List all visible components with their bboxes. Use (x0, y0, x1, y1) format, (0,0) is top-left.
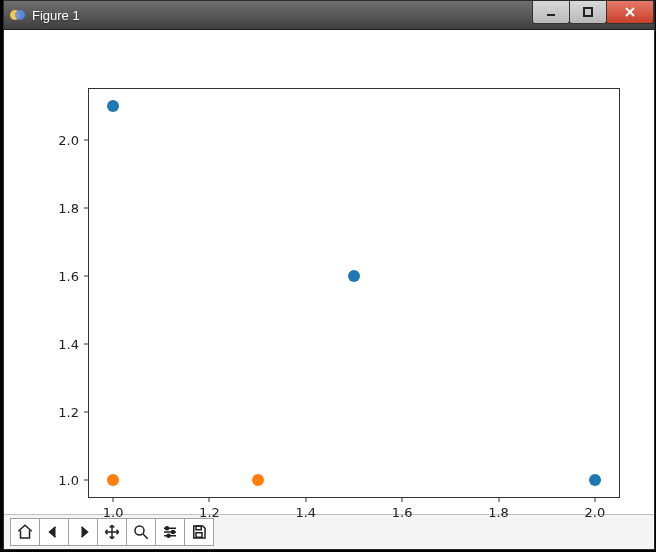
save-icon (190, 523, 208, 541)
maximize-button[interactable] (569, 1, 607, 24)
toolbar-home-button[interactable] (10, 518, 40, 546)
home-icon (16, 523, 34, 541)
svg-point-6 (135, 526, 144, 535)
xtick-mark (498, 497, 499, 502)
ytick-label: 1.4 (58, 337, 79, 352)
ytick-mark (84, 208, 89, 209)
axes: 1.01.21.41.61.82.01.01.21.41.61.82.0 (88, 88, 620, 498)
toolbar-forward-button[interactable] (68, 518, 98, 546)
data-point (589, 474, 601, 486)
data-point (107, 100, 119, 112)
figure-canvas[interactable]: 1.01.21.41.61.82.01.01.21.41.61.82.0 (4, 30, 654, 514)
xtick-mark (209, 497, 210, 502)
ytick-label: 1.2 (58, 405, 79, 420)
xtick-mark (305, 497, 306, 502)
svg-point-9 (167, 534, 170, 537)
ytick-label: 2.0 (58, 133, 79, 148)
ytick-mark (84, 344, 89, 345)
close-button[interactable] (606, 1, 654, 24)
toolbar-back-button[interactable] (39, 518, 69, 546)
arrow-right-icon (74, 523, 92, 541)
xtick-label: 2.0 (585, 505, 606, 520)
xtick-mark (113, 497, 114, 502)
app-icon (10, 7, 26, 23)
toolbar-subplots-button[interactable] (155, 518, 185, 546)
app-window: Figure 1 1.01.21.41.61.82.01.01.21.41.61… (3, 0, 655, 550)
svg-point-7 (166, 527, 169, 530)
move-icon (103, 523, 121, 541)
xtick-label: 1.8 (488, 505, 509, 520)
svg-rect-3 (584, 8, 592, 16)
ytick-mark (84, 140, 89, 141)
minimize-icon (545, 6, 557, 18)
xtick-label: 1.0 (103, 505, 124, 520)
ytick-label: 1.0 (58, 473, 79, 488)
minimize-button[interactable] (532, 1, 570, 24)
svg-rect-11 (196, 533, 202, 538)
svg-point-1 (15, 10, 25, 20)
svg-point-8 (172, 531, 175, 534)
xtick-label: 1.4 (295, 505, 316, 520)
ytick-label: 1.6 (58, 269, 79, 284)
sliders-icon (161, 523, 179, 541)
nav-toolbar (4, 514, 654, 549)
close-icon (623, 5, 637, 19)
xtick-mark (402, 497, 403, 502)
ytick-mark (84, 412, 89, 413)
xtick-label: 1.2 (199, 505, 220, 520)
ytick-mark (84, 276, 89, 277)
magnify-icon (132, 523, 150, 541)
toolbar-save-button[interactable] (184, 518, 214, 546)
data-point (252, 474, 264, 486)
window-controls (533, 1, 654, 29)
toolbar-zoom-button[interactable] (126, 518, 156, 546)
ytick-mark (84, 480, 89, 481)
xtick-mark (594, 497, 595, 502)
maximize-icon (582, 6, 594, 18)
data-point (348, 270, 360, 282)
window-title: Figure 1 (32, 8, 80, 23)
toolbar-pan-button[interactable] (97, 518, 127, 546)
ytick-label: 1.8 (58, 201, 79, 216)
data-point (107, 474, 119, 486)
xtick-label: 1.6 (392, 505, 413, 520)
arrow-left-icon (45, 523, 63, 541)
titlebar[interactable]: Figure 1 (4, 1, 654, 30)
svg-rect-10 (196, 526, 201, 530)
